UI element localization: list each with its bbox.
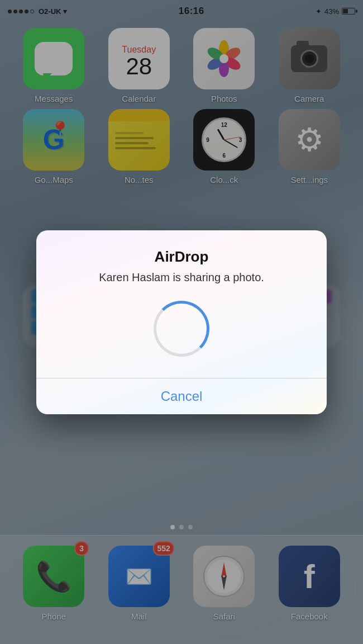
modal-subtitle: Karen Haslam is sharing a photo. [99,271,264,284]
airdrop-modal: AirDrop Karen Haslam is sharing a photo.… [36,230,327,414]
spinner-ring [154,301,209,357]
modal-overlay: AirDrop Karen Haslam is sharing a photo.… [0,0,363,644]
cancel-button[interactable]: Cancel [53,389,310,404]
spinner-container [154,301,209,357]
modal-body: AirDrop Karen Haslam is sharing a photo. [36,230,327,378]
modal-title: AirDrop [155,248,209,266]
modal-footer: Cancel [36,378,327,414]
